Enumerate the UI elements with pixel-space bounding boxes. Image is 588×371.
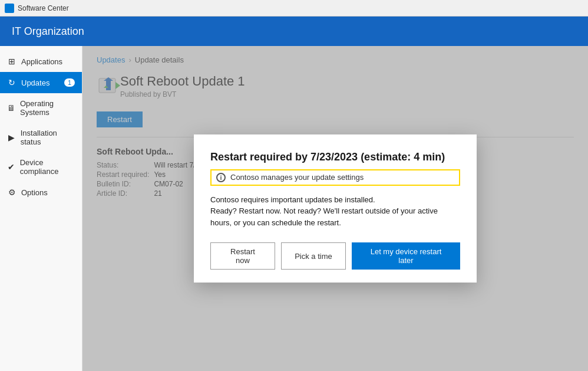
info-icon: i bbox=[216, 173, 226, 182]
sidebar-item-label: Operating Systems bbox=[20, 99, 75, 117]
sidebar-item-options[interactable]: ⚙ Options bbox=[0, 182, 82, 203]
sidebar-item-label: Device compliance bbox=[20, 158, 75, 176]
dialog-body-line2: Ready? Restart now. Not ready? We'll res… bbox=[210, 205, 460, 228]
options-icon: ⚙ bbox=[7, 188, 16, 197]
header: IT Organization bbox=[0, 17, 588, 46]
dialog-body: Contoso requires important updates be in… bbox=[210, 194, 460, 229]
title-bar-text: Software Center bbox=[18, 4, 69, 12]
install-status-icon: ▶ bbox=[7, 133, 16, 142]
sidebar-item-label: Installation status bbox=[21, 129, 75, 146]
dialog-info-label: Contoso manages your update settings bbox=[230, 173, 364, 182]
updates-icon: ↻ bbox=[7, 78, 16, 87]
title-bar: Software Center bbox=[0, 0, 588, 17]
sidebar-item-label: Applications bbox=[21, 57, 62, 66]
restart-later-button[interactable]: Let my device restart later bbox=[352, 242, 460, 270]
sidebar-item-installation-status[interactable]: ▶ Installation status bbox=[0, 123, 82, 152]
applications-icon: ⊞ bbox=[7, 57, 16, 66]
sidebar-item-label: Updates bbox=[21, 78, 49, 87]
updates-badge: 1 bbox=[64, 78, 75, 87]
restart-dialog: Restart required by 7/23/2023 (estimate:… bbox=[194, 134, 477, 283]
dialog-actions: Restart now Pick a time Let my device re… bbox=[210, 242, 460, 270]
main-layout: ⊞ Applications ↻ Updates 1 🖥 Operating S… bbox=[0, 46, 588, 371]
pick-time-button[interactable]: Pick a time bbox=[281, 242, 346, 270]
content-area: Updates › Update details Soft Reboot Upd… bbox=[82, 46, 588, 371]
modal-overlay: Restart required by 7/23/2023 (estimate:… bbox=[82, 46, 588, 371]
dialog-body-line1: Contoso requires important updates be in… bbox=[210, 194, 460, 206]
compliance-icon: ✔ bbox=[7, 162, 15, 172]
os-icon: 🖥 bbox=[7, 103, 15, 113]
dialog-title: Restart required by 7/23/2023 (estimate:… bbox=[210, 151, 460, 163]
sidebar-item-updates[interactable]: ↻ Updates 1 bbox=[0, 72, 82, 93]
sidebar-item-operating-systems[interactable]: 🖥 Operating Systems bbox=[0, 93, 82, 123]
sidebar-item-device-compliance[interactable]: ✔ Device compliance bbox=[0, 152, 82, 182]
app-icon bbox=[5, 4, 14, 13]
sidebar-item-applications[interactable]: ⊞ Applications bbox=[0, 51, 82, 72]
org-title: IT Organization bbox=[12, 25, 84, 38]
dialog-info-row: i Contoso manages your update settings bbox=[210, 169, 460, 186]
sidebar: ⊞ Applications ↻ Updates 1 🖥 Operating S… bbox=[0, 46, 82, 371]
sidebar-item-label: Options bbox=[21, 188, 48, 197]
restart-now-button[interactable]: Restart now bbox=[210, 242, 275, 270]
